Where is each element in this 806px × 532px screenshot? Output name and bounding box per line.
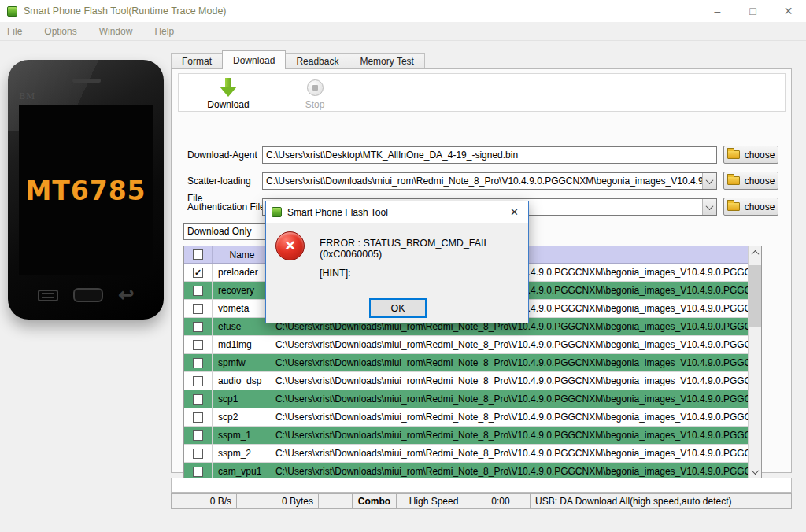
partition-path: C:\Users\xrist\Downloads\miui_rom\Redmi_… (272, 390, 749, 408)
phone-brand-label: BM (19, 91, 35, 102)
partition-name: scp2 (213, 408, 272, 426)
name-column-header[interactable]: Name (213, 246, 272, 263)
choose-button-label: choose (745, 150, 775, 161)
table-row[interactable]: md1img C:\Users\xrist\Downloads\miui_rom… (184, 336, 749, 354)
menu-options[interactable]: Options (33, 26, 87, 37)
scroll-down-icon[interactable] (749, 465, 762, 478)
row-checkbox[interactable] (193, 286, 203, 296)
auth-dropdown-arrow-icon[interactable] (702, 199, 716, 215)
minimize-button[interactable]: – (700, 0, 735, 22)
stop-button-label: Stop (305, 99, 325, 110)
action-toolbar: Download Stop (178, 73, 786, 112)
table-row[interactable]: spmfw C:\Users\xrist\Downloads\miui_rom\… (184, 354, 749, 372)
row-checkbox-cell[interactable] (184, 372, 213, 390)
row-checkbox[interactable] (193, 449, 203, 459)
scatter-file-combobox[interactable]: C:\Users\xrist\Downloads\miui_rom\Redmi_… (262, 172, 717, 190)
partition-path: C:\Users\xrist\Downloads\miui_rom\Redmi_… (272, 372, 749, 390)
menu-file[interactable]: File (0, 26, 33, 37)
tab-format[interactable]: Format (171, 53, 223, 69)
partition-name: audio_dsp (213, 372, 272, 390)
error-hint: [HINT]: (320, 268, 351, 279)
table-row[interactable]: scp2 C:\Users\xrist\Downloads\miui_rom\R… (184, 408, 749, 427)
folder-icon (727, 176, 740, 185)
row-checkbox-cell[interactable] (184, 318, 213, 335)
row-checkbox[interactable] (193, 394, 203, 405)
partition-name: recovery (213, 282, 272, 299)
stop-button[interactable]: Stop (279, 77, 350, 110)
select-all-checkbox[interactable] (193, 249, 203, 260)
scatter-dropdown-arrow-icon[interactable] (702, 173, 716, 189)
row-checkbox[interactable] (193, 376, 203, 386)
partition-path: C:\Users\xrist\Downloads\miui_rom\Redmi_… (272, 336, 749, 353)
error-dialog: Smart Phone Flash Tool ✕ ✕ ERROR : STATU… (265, 201, 529, 323)
dialog-close-icon[interactable]: ✕ (510, 206, 519, 218)
download-arrow-icon (220, 77, 237, 98)
partition-path: C:\Users\xrist\Downloads\miui_rom\Redmi_… (272, 408, 749, 426)
auth-file-choose-button[interactable]: choose (723, 198, 778, 216)
partition-name: scp1 (213, 390, 272, 408)
partition-name: md1img (213, 336, 272, 353)
status-mode: Combo (353, 494, 397, 508)
download-mode-value: Download Only (187, 226, 251, 237)
partition-name: preloader (213, 264, 272, 281)
tab-memory-test[interactable]: Memory Test (349, 53, 424, 69)
status-usb: USB: DA Download All(high speed,auto det… (531, 494, 791, 508)
table-row[interactable]: audio_dsp C:\Users\xrist\Downloads\miui_… (184, 372, 749, 390)
window-titlebar: Smart Phone Flash Tool(Runtime Trace Mod… (0, 0, 806, 22)
folder-icon (727, 202, 740, 211)
download-button[interactable]: Download (193, 77, 264, 110)
scatter-file-choose-button[interactable]: choose (723, 172, 778, 190)
phone-back-key-icon: ↩ (118, 288, 134, 302)
ok-button[interactable]: OK (370, 299, 426, 317)
row-checkbox[interactable] (193, 412, 203, 423)
status-bytes: 0 Bytes (237, 494, 319, 508)
select-all-cell[interactable] (184, 246, 213, 263)
row-checkbox[interactable] (193, 467, 203, 477)
dialog-title: Smart Phone Flash Tool (287, 207, 388, 218)
download-agent-choose-button[interactable]: choose (723, 146, 778, 164)
download-agent-input[interactable]: C:\Users\xrist\Desktop\MTK_AllInOne_DA_4… (262, 146, 717, 164)
status-speed: 0 B/s (172, 494, 237, 508)
row-checkbox-cell[interactable] (184, 463, 213, 479)
row-checkbox-cell[interactable] (184, 336, 213, 353)
scrollbar-thumb[interactable] (749, 265, 761, 327)
row-checkbox[interactable] (193, 430, 203, 441)
scatter-file-value: C:\Users\xrist\Downloads\miui_rom\Redmi_… (266, 175, 717, 187)
partition-name: vbmeta (213, 300, 272, 317)
error-icon: ✕ (275, 231, 305, 260)
tab-readback[interactable]: Readback (285, 53, 349, 69)
row-checkbox-cell[interactable] (184, 300, 213, 317)
row-checkbox-cell[interactable] (184, 445, 213, 462)
choose-button-label: choose (745, 175, 775, 187)
choose-button-label: choose (745, 201, 775, 212)
row-checkbox-cell[interactable]: ✓ (184, 264, 213, 281)
scatter-file-label: Scatter-loading File (187, 172, 266, 190)
close-button[interactable]: ✕ (771, 0, 806, 22)
table-row[interactable]: sspm_1 C:\Users\xrist\Downloads\miui_rom… (184, 427, 749, 445)
dialog-titlebar: Smart Phone Flash Tool ✕ (266, 201, 528, 223)
table-scrollbar[interactable] (748, 246, 761, 478)
menu-bar: File Options Window Help (0, 22, 806, 41)
table-row[interactable]: cam_vpu1 C:\Users\xrist\Downloads\miui_r… (184, 463, 749, 479)
row-checkbox[interactable] (193, 304, 203, 314)
row-checkbox-cell[interactable] (184, 354, 213, 371)
row-checkbox-cell[interactable] (184, 282, 213, 299)
auth-file-label: Authentication File (187, 198, 266, 216)
menu-help[interactable]: Help (143, 26, 185, 37)
row-checkbox[interactable] (193, 340, 203, 350)
partition-path: C:\Users\xrist\Downloads\miui_rom\Redmi_… (272, 354, 749, 371)
scroll-up-icon[interactable] (749, 246, 762, 260)
row-checkbox-cell[interactable] (184, 408, 213, 426)
table-row[interactable]: scp1 C:\Users\xrist\Downloads\miui_rom\R… (184, 390, 749, 408)
status-empty (319, 494, 353, 508)
menu-window[interactable]: Window (88, 26, 144, 37)
row-checkbox[interactable]: ✓ (193, 268, 203, 278)
row-checkbox[interactable] (193, 322, 203, 332)
row-checkbox-cell[interactable] (184, 427, 213, 444)
tab-download[interactable]: Download (222, 50, 286, 69)
table-row[interactable]: sspm_2 C:\Users\xrist\Downloads\miui_rom… (184, 445, 749, 463)
row-checkbox[interactable] (193, 358, 203, 368)
maximize-button[interactable]: □ (735, 0, 771, 22)
row-checkbox-cell[interactable] (184, 390, 213, 408)
phone-speaker (72, 79, 101, 83)
